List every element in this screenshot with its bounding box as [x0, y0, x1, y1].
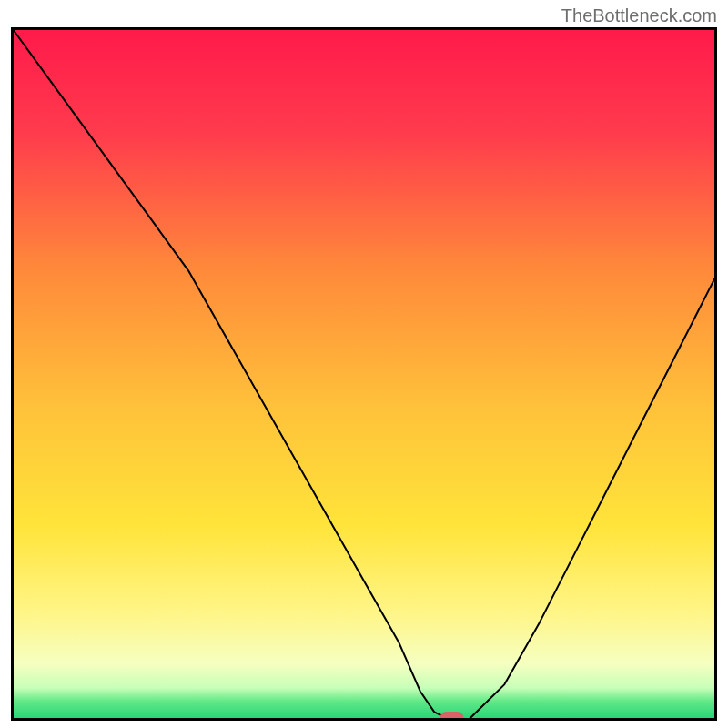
watermark-text: TheBottleneck.com	[561, 5, 717, 26]
chart-background	[13, 29, 715, 719]
bottleneck-chart	[11, 27, 717, 721]
chart-svg	[11, 27, 717, 721]
chart-container: TheBottleneck.com	[0, 0, 728, 728]
